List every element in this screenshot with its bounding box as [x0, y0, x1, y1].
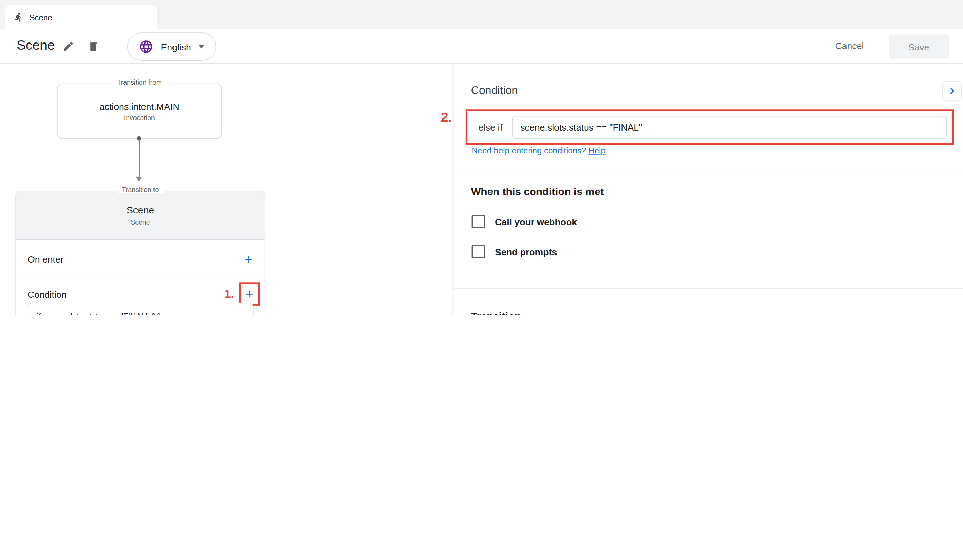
webhook-label: Call your webhook [495, 216, 577, 227]
on-enter-label: On enter [28, 254, 63, 265]
cancel-button[interactable]: Cancel [835, 40, 864, 51]
scene-node-header[interactable]: Scene Scene [16, 191, 265, 240]
panel-condition-heading: Condition [471, 84, 518, 97]
collapse-panel-button[interactable] [942, 81, 962, 101]
run-person-icon [13, 13, 23, 22]
add-on-enter-button[interactable]: + [244, 252, 252, 266]
globe-icon [139, 39, 154, 54]
save-button[interactable]: Save [889, 34, 949, 59]
trash-icon [87, 40, 100, 53]
transition-to-chip: Transition to [117, 186, 164, 193]
condition-label: Condition [28, 289, 67, 299]
prompts-label: Send prompts [495, 246, 557, 257]
condition-add-area: 1. + [224, 282, 260, 306]
connector-dot [137, 136, 141, 140]
condition-expression-input[interactable]: scene.slots.status == "FINAL" [512, 116, 947, 139]
panel-divider [453, 174, 963, 175]
delete-scene-button[interactable] [86, 39, 101, 54]
language-selector[interactable]: English [127, 32, 216, 61]
condition-help-line: Need help entering conditions?Help [472, 146, 606, 155]
chevron-right-icon [945, 84, 958, 97]
edit-scene-button[interactable] [61, 39, 76, 54]
scene-editor-header: Scene English Cancel Save [0, 29, 963, 64]
pencil-icon [62, 40, 74, 53]
help-link[interactable]: Help [588, 146, 605, 155]
annotation-step-1: 1. [224, 287, 234, 301]
transition-from-node[interactable]: Transition from actions.intent.MAIN Invo… [57, 84, 222, 139]
when-condition-met-heading: When this condition is met [471, 186, 604, 198]
language-value: English [161, 42, 191, 52]
webhook-checkbox[interactable] [472, 215, 485, 228]
browser-tab-strip: Scene [0, 0, 963, 29]
annotation-highlight-box-1: + [239, 282, 259, 306]
scene-node: Transition to Scene Scene On enter + Con… [15, 191, 265, 315]
help-prompt-text: Need help entering conditions? [472, 146, 586, 155]
annotation-step-2: 2. [441, 110, 452, 125]
scene-tab[interactable]: Scene [5, 5, 157, 29]
tab-title: Scene [29, 13, 52, 22]
send-prompts-option[interactable]: Send prompts [472, 245, 557, 258]
add-condition-button[interactable]: + [245, 287, 253, 301]
chevron-down-icon [198, 45, 204, 49]
scene-node-subtitle: Scene [131, 218, 150, 226]
else-if-label: else if [478, 122, 503, 132]
intent-subtitle: Invocation [124, 114, 155, 121]
connector-line [139, 141, 140, 177]
transition-from-chip: Transition from [112, 78, 167, 86]
arrow-down-icon [136, 177, 142, 182]
annotation-highlight-box-2: else if scene.slots.status == "FINAL" [465, 109, 954, 145]
panel-divider [453, 288, 963, 289]
transition-heading: Transition [471, 311, 521, 315]
prompts-checkbox[interactable] [472, 245, 485, 258]
scene-canvas: Transition from actions.intent.MAIN Invo… [0, 64, 963, 315]
condition-card-if[interactable]: if scene.slots.status == "FINAL" && (ses… [28, 303, 254, 315]
call-webhook-option[interactable]: Call your webhook [472, 215, 577, 228]
intent-name: actions.intent.MAIN [100, 101, 179, 111]
scene-node-title: Scene [126, 205, 154, 216]
page-title: Scene [16, 37, 55, 53]
on-enter-section: On enter + [16, 245, 265, 274]
app-window: Scene Scene English Cancel Save Tr [0, 0, 963, 315]
